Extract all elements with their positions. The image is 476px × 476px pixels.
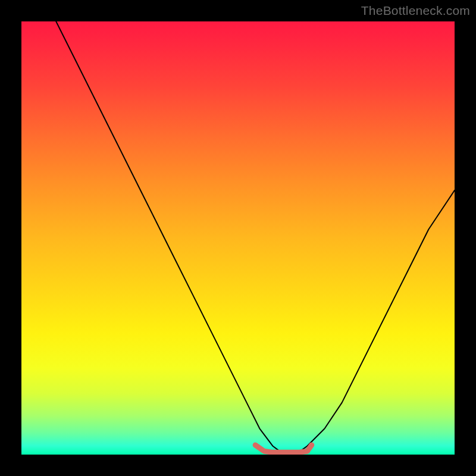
chart-frame: TheBottleneck.com [0,0,476,476]
bottleneck-curve [56,21,455,452]
watermark-text: TheBottleneck.com [361,4,470,18]
plot-area [21,21,455,455]
chart-svg [21,21,455,455]
